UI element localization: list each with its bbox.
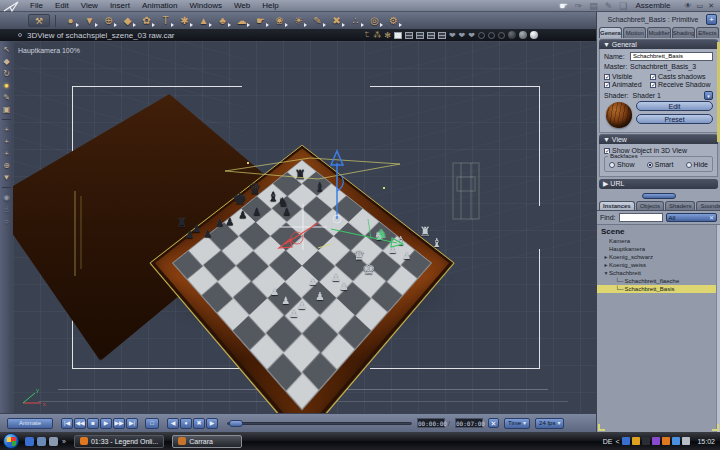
globe-tool-icon[interactable]: ⊕ (99, 13, 118, 28)
edit-shader-button[interactable]: Edit (636, 101, 713, 111)
add-button[interactable]: + (706, 14, 717, 25)
backfaces-radio-smart[interactable]: Smart (647, 161, 674, 168)
preview-quality-icon[interactable]: 𝚝 (365, 30, 371, 40)
tree-item-hauptkamera[interactable]: Hauptkamera (597, 245, 720, 253)
text-tool-icon[interactable]: T (156, 13, 175, 28)
select-tool-icon[interactable]: ↖ (3, 45, 10, 54)
camera-tool-icon[interactable]: ◉ (3, 193, 10, 202)
close-icon[interactable]: ✕ (708, 2, 714, 10)
assemble-hand-icon[interactable]: ☛ (560, 1, 568, 11)
checkbox-receive-shadow[interactable]: ✓Receive Shadow (650, 81, 713, 88)
sphere-tool-icon[interactable]: ● (61, 13, 80, 28)
display-mode-wire-icon[interactable] (478, 32, 485, 39)
particle-tool-icon[interactable]: ✖ (327, 13, 346, 28)
menu-insert[interactable]: Insert (104, 1, 136, 10)
shader-preview-sphere[interactable] (606, 102, 632, 128)
tab-general[interactable]: General (599, 27, 622, 38)
tree-item-schachbrett[interactable]: ▼Schachbrett (597, 269, 720, 277)
move-tool-3-icon[interactable]: + (4, 149, 9, 158)
transport-button[interactable]: |◀ (61, 418, 73, 429)
3d-viewport-canvas[interactable]: Hauptkamera 100% (13, 41, 596, 413)
current-time-field[interactable]: 00:00:00 (417, 418, 445, 428)
layout-split-pane-button[interactable] (438, 32, 446, 39)
keyframe-button[interactable]: ▶ (206, 418, 218, 429)
keyframe-button[interactable]: ✖ (193, 418, 205, 429)
url-section-header[interactable]: ▶ URL (599, 179, 718, 189)
shading-mode-dark-icon[interactable] (508, 31, 516, 39)
tray-icon[interactable] (652, 437, 660, 445)
scale-tool-icon[interactable]: ◆ (3, 57, 9, 66)
camera-view-icon-3[interactable]: ❤ (468, 31, 475, 40)
eraser-tool-icon[interactable]: ▣ (3, 105, 11, 114)
tray-icon[interactable] (632, 437, 640, 445)
layout-three-pane-button[interactable] (427, 32, 435, 39)
timeline-toggle-icon[interactable]: ✕ (488, 418, 499, 428)
tree-item-koenig_weiss[interactable]: ►Koenig_weiss (597, 261, 720, 269)
tray-icon[interactable] (662, 437, 670, 445)
model-room-icon[interactable]: ✑ (575, 1, 583, 11)
rotate-tool-icon[interactable]: ↻ (3, 69, 10, 78)
layout-single-pane-button[interactable] (394, 32, 402, 39)
tray-collapse-arrow[interactable]: < (615, 438, 619, 445)
move-tool-2-icon[interactable]: + (4, 137, 9, 146)
time-slider-thumb[interactable] (229, 420, 243, 427)
tool-options-button[interactable]: ⚒ (28, 14, 50, 27)
start-button[interactable] (3, 433, 19, 449)
vertex-object-tool-icon[interactable]: ▼ (80, 13, 99, 28)
keyframe-button[interactable]: ◀ (167, 418, 179, 429)
move-tool-1-icon[interactable]: + (4, 125, 9, 134)
quick-launch-icon-1[interactable] (25, 437, 34, 446)
language-indicator[interactable]: DE (603, 438, 613, 445)
display-mode-lines-icon[interactable] (488, 32, 495, 39)
spline-tool-icon[interactable]: ✿ (137, 13, 156, 28)
tray-icon[interactable] (682, 437, 690, 445)
browser-tab-shaders[interactable]: Shaders (665, 201, 695, 210)
tray-icon[interactable] (672, 437, 680, 445)
wrench-tool-icon[interactable]: ⚙ (384, 13, 403, 28)
camera-view-icon-1[interactable]: ❤ (449, 31, 456, 40)
tab-effects[interactable]: Effects (696, 27, 719, 38)
universal-manipulator-icon[interactable]: ⊕ (3, 161, 10, 170)
view-section-header[interactable]: ▼ View (599, 134, 718, 144)
time-slider[interactable] (227, 422, 412, 425)
render-room-icon[interactable]: ❏ (619, 1, 627, 11)
preset-shader-button[interactable]: Preset (636, 114, 713, 124)
metaball-tool-icon[interactable]: ◆ (118, 13, 137, 28)
light-tool-icon[interactable]: ☀ (289, 13, 308, 28)
pan-tool-icon[interactable]: ☝ (4, 205, 9, 214)
target-tool-icon[interactable]: ◎ (365, 13, 384, 28)
eye-icon[interactable]: 👁 (685, 2, 692, 10)
flower-tool-icon[interactable]: ❀ (270, 13, 289, 28)
minimize-icon[interactable]: ▭ (697, 2, 704, 10)
fps-dropdown[interactable]: 24 fps▾ (535, 418, 564, 429)
menu-web[interactable]: Web (228, 1, 256, 10)
shader-menu-button[interactable]: ▾ (704, 91, 713, 100)
layout-two-pane-button[interactable] (405, 32, 413, 39)
menu-view[interactable]: View (75, 1, 104, 10)
box-tool-icon[interactable]: ▼ (3, 173, 11, 182)
transport-button[interactable]: ■ (87, 418, 99, 429)
transport-button[interactable]: ▶| (126, 418, 138, 429)
quick-launch-icon-2[interactable] (37, 437, 46, 446)
keyframe-button[interactable]: ♦ (180, 418, 192, 429)
checkbox-animated[interactable]: ✓Animated (604, 81, 648, 88)
brush-tool-icon[interactable]: ✎ (308, 13, 327, 28)
shading-mode-textured-icon[interactable] (530, 31, 538, 39)
storyboard-room-icon[interactable]: ▤ (589, 1, 598, 11)
taskbar-task[interactable]: Carrara (172, 435, 242, 448)
tab-shading[interactable]: Shading (672, 27, 695, 38)
animate-button[interactable]: Animate (7, 418, 53, 429)
tree-item-schachbrett_basis[interactable]: └─Schachbrett_Basis (597, 285, 720, 293)
display-mode-flat-icon[interactable] (498, 32, 505, 39)
tree-item-koenig_schwarz[interactable]: ►Koenig_schwarz (597, 253, 720, 261)
name-input[interactable]: Schachbrett_Basis (630, 52, 713, 61)
tray-icon[interactable] (622, 437, 630, 445)
panel-splitter-grip[interactable] (642, 193, 676, 199)
menu-file[interactable]: File (24, 1, 49, 10)
loop-button[interactable]: □ (145, 418, 159, 429)
menu-help[interactable]: Help (256, 1, 284, 10)
menu-animation[interactable]: Animation (136, 1, 184, 10)
texture-room-icon[interactable]: ✎ (605, 1, 613, 11)
plant-tool-icon[interactable]: ♣ (213, 13, 232, 28)
transport-button[interactable]: ◀◀ (74, 418, 86, 429)
